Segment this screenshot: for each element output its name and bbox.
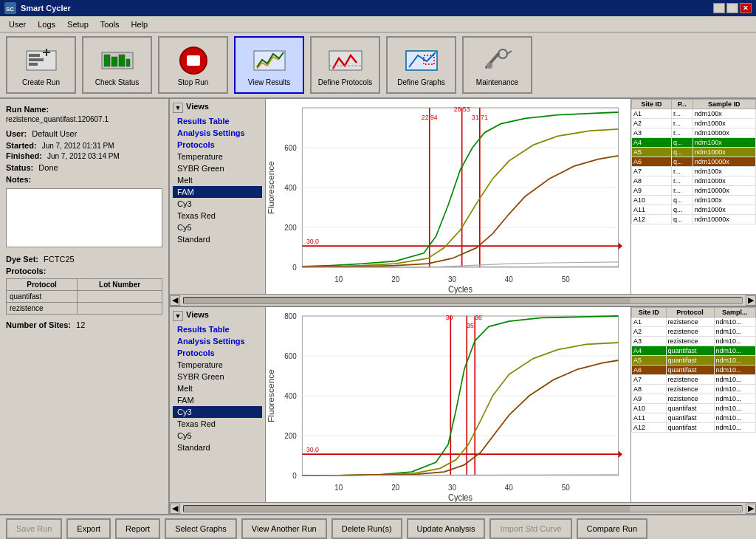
graph1-sybr-green[interactable]: SYBR Green [173, 162, 262, 174]
scroll2-left-btn[interactable]: ◀ [170, 504, 180, 514]
graph2-sybr-green[interactable]: SYBR Green [173, 371, 262, 382]
import-std-curve-button[interactable]: Import Std Curve [489, 518, 571, 539]
update-analysis-button[interactable]: Update Analysis [407, 518, 486, 539]
export-button[interactable]: Export [66, 518, 111, 539]
scroll-right-btn[interactable]: ▶ [746, 295, 756, 306]
menu-tools[interactable]: Tools [94, 18, 126, 30]
window-controls: _ □ ✕ [713, 3, 752, 13]
svg-point-22 [487, 63, 492, 69]
graph1-analysis-settings[interactable]: Analysis Settings [173, 127, 262, 139]
graph1-temperature[interactable]: Temperature [173, 151, 262, 162]
scroll-left-btn[interactable]: ◀ [170, 295, 180, 306]
protocol-cell: q... [672, 138, 693, 148]
create-run-button[interactable]: Create Run [6, 36, 76, 94]
svg-rect-3 [29, 54, 40, 57]
graph2-standard[interactable]: Standard [173, 442, 262, 453]
scrollbar2-track[interactable] [183, 505, 743, 512]
scrollbar-track[interactable] [183, 297, 743, 304]
report-button[interactable]: Report [115, 518, 160, 539]
view-another-run-button[interactable]: View Another Run [241, 518, 327, 539]
compare-run-button[interactable]: Compare Run [577, 518, 647, 539]
maintenance-button[interactable]: Maintenance [462, 36, 532, 94]
view-results-button[interactable]: View Results [234, 36, 304, 94]
define-graphs-button[interactable]: Define Graphs [386, 36, 456, 94]
svg-text:30: 30 [448, 275, 456, 284]
graph2-temperature[interactable]: Temperature [173, 359, 262, 371]
stop-run-button[interactable]: Stop Run [158, 36, 228, 94]
title-bar: SC Smart Cycler _ □ ✕ [0, 0, 756, 16]
user-label: User: [6, 129, 27, 138]
graph2-collapse-btn[interactable]: ▼ [173, 311, 183, 321]
protocol-cell: rezistence [666, 385, 714, 394]
protocol-cell: rezistence [666, 327, 714, 337]
graph2-cy3[interactable]: Cy3 [173, 406, 262, 418]
menu-help[interactable]: Help [126, 18, 154, 30]
save-run-button[interactable]: Save Run [6, 518, 62, 539]
graph1-standard[interactable]: Standard [173, 233, 262, 245]
table-row: A12quantifastndm10... [632, 423, 756, 433]
check-status-button[interactable]: Check Status [82, 36, 152, 94]
svg-text:22.94: 22.94 [422, 113, 438, 120]
graph2-svg: 0 200 400 600 800 10 20 30 40 50 Cycles … [266, 307, 630, 502]
lot-2 [78, 303, 162, 315]
table-row: A10quantifastndm10... [632, 404, 756, 413]
select-graphs-button[interactable]: Select Graphs [165, 518, 237, 539]
started-value: Jun 7, 2012 01:31 PM [42, 142, 114, 150]
site-id-cell: A10 [632, 404, 667, 413]
svg-text:400: 400 [284, 183, 297, 191]
svg-text:Cycles: Cycles [448, 284, 472, 294]
graph1-collapse-btn[interactable]: ▼ [173, 103, 183, 113]
sample-cell: ndm10... [714, 365, 755, 375]
menu-setup[interactable]: Setup [61, 18, 94, 30]
graph1-cy3[interactable]: Cy3 [173, 198, 262, 210]
svg-text:Fluorescence: Fluorescence [267, 369, 275, 422]
menu-user[interactable]: User [3, 18, 32, 30]
svg-rect-14 [187, 55, 200, 66]
maintenance-label: Maintenance [476, 78, 518, 86]
svg-text:800: 800 [284, 312, 297, 320]
started-label: Started: [6, 141, 37, 150]
protocol-cell: r... [672, 128, 693, 138]
minimize-button[interactable]: _ [713, 3, 725, 13]
graph2-melt[interactable]: Melt [173, 382, 262, 394]
protocol-cell: q... [672, 205, 693, 215]
delete-runs-button[interactable]: Delete Run(s) [331, 518, 402, 539]
sample-cell: ndm1000x [693, 119, 755, 128]
graph2-texas-red[interactable]: Texas Red [173, 418, 262, 430]
graph2-right-table: Site ID Protocol Sampl... A1rezistencend… [630, 307, 756, 502]
graph2-results-table[interactable]: Results Table [173, 323, 262, 335]
graph2-scrollbar[interactable]: ◀ ▶ [170, 502, 756, 514]
menu-logs[interactable]: Logs [32, 18, 61, 30]
table-row: A6q...ndm10000x [632, 157, 756, 167]
site-id-cell: A3 [632, 337, 667, 346]
graph1-protocols[interactable]: Protocols [173, 139, 262, 151]
notes-input[interactable] [6, 188, 162, 247]
view-results-label: View Results [248, 78, 291, 86]
graph1-scrollbar[interactable]: ◀ ▶ [170, 294, 756, 306]
sample-cell: ndm100x [693, 109, 755, 119]
graph2-analysis-settings[interactable]: Analysis Settings [173, 335, 262, 347]
graph1-cy5[interactable]: Cy5 [173, 222, 262, 233]
close-button[interactable]: ✕ [740, 3, 752, 13]
site-id-cell: A6 [632, 157, 672, 167]
graph1-melt[interactable]: Melt [173, 174, 262, 186]
graph1-fam[interactable]: FAM [173, 186, 262, 198]
protocol-1: quantifast [7, 291, 78, 303]
svg-text:200: 200 [284, 223, 297, 231]
maximize-button[interactable]: □ [726, 3, 738, 13]
protocol-2: rezistence [7, 303, 78, 315]
scroll2-right-btn[interactable]: ▶ [746, 504, 756, 514]
graph1-texas-red[interactable]: Texas Red [173, 210, 262, 222]
graph2-protocols[interactable]: Protocols [173, 347, 262, 359]
graph2-section: ▼ Views Results Table Analysis Settings … [170, 307, 756, 514]
graph1-views: ▼ Views Results Table Analysis Settings … [170, 99, 266, 294]
table-row: A5q...ndm1000x [632, 148, 756, 157]
table-row: A4quantifastndm10... [632, 346, 756, 356]
graph2-cy5[interactable]: Cy5 [173, 430, 262, 442]
define-protocols-button[interactable]: Define Protocols [310, 36, 380, 94]
graph1-results-table[interactable]: Results Table [173, 115, 262, 127]
protocol-cell: r... [672, 119, 693, 128]
table-row: A3r...ndm10000x [632, 128, 756, 138]
graph2-fam[interactable]: FAM [173, 394, 262, 406]
site-id-cell: A6 [632, 365, 667, 375]
